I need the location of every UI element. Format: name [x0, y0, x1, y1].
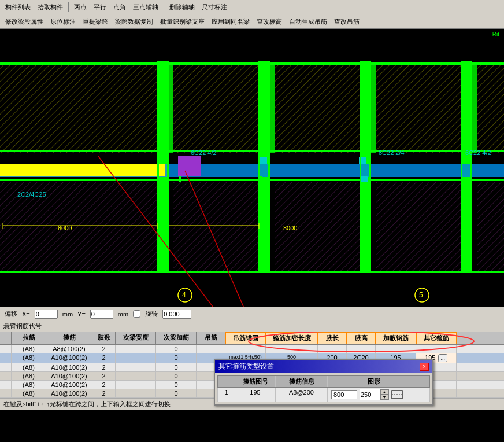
cell-cbj-2[interactable]: 0	[156, 353, 197, 363]
toolbar-btn-batch-identify[interactable]: 批量识别梁支座	[157, 16, 207, 27]
cell-guojin-2[interactable]: A10@100(2)	[46, 353, 92, 363]
header-haunch-steel: 加腋钢筋	[376, 332, 416, 344]
status-bar: 偏移 X= mm Y= mm 旋转	[0, 307, 504, 321]
dialog-shape-height-wrap: ▲ ▼	[360, 389, 389, 400]
cell-cbw-5[interactable]	[116, 381, 156, 389]
svg-rect-37	[369, 61, 371, 272]
dialog-data-row[interactable]: 1 195 A8@200 ▲ ▼	[217, 388, 430, 402]
cell-guojin-5[interactable]: A10@100(2)	[46, 381, 92, 389]
shape-icon	[391, 390, 403, 399]
toolbar-btn-angle[interactable]: 点角	[110, 2, 129, 13]
cell-hl-1[interactable]	[318, 345, 347, 353]
svg-rect-23	[0, 179, 504, 181]
cell-cbw-3[interactable]	[116, 363, 156, 371]
mm-label-1: mm	[62, 311, 73, 318]
cell-cbw-2[interactable]	[116, 353, 156, 363]
toolbar-btn-auto-stirrup[interactable]: 自动生成吊筋	[286, 16, 330, 27]
cell-lajin-2[interactable]: (A8)	[12, 353, 46, 363]
svg-rect-40	[179, 176, 181, 182]
svg-rect-7	[275, 64, 364, 153]
cell-lajin-1[interactable]: (A8)	[12, 345, 46, 353]
cell-anchor-1[interactable]	[225, 345, 266, 353]
dialog-close-button[interactable]: ×	[420, 363, 429, 371]
rotate-input[interactable]	[162, 310, 191, 319]
svg-rect-21	[0, 62, 504, 65]
toolbar-btn-check-height[interactable]: 查改标高	[254, 16, 285, 27]
x-input[interactable]	[35, 310, 58, 319]
cell-cbj-6[interactable]: 0	[156, 389, 197, 397]
cell-cbj-4[interactable]: 0	[156, 372, 197, 380]
dialog-shape-height-input[interactable]	[360, 391, 380, 399]
cell-os-1[interactable]	[416, 345, 457, 353]
cell-dj-1[interactable]	[197, 345, 225, 353]
dialog-cell-figure-num[interactable]: 195	[235, 388, 276, 402]
cell-lajin-6[interactable]: (A8)	[12, 389, 46, 397]
coords-label: 偏移	[5, 310, 17, 318]
toolbar-btn-two-point[interactable]: 两点	[71, 2, 90, 13]
dialog-height-down[interactable]: ▼	[380, 395, 388, 400]
cell-cbj-3[interactable]: 0	[156, 363, 197, 371]
cell-lajin-5[interactable]: (A8)	[12, 381, 46, 389]
cell-lajin-3[interactable]: (A8)	[12, 363, 46, 371]
toolbar-btn-check-stirrup[interactable]: 查改吊筋	[331, 16, 362, 27]
cell-guojin-3[interactable]: A10@100(2)	[46, 363, 92, 371]
cell-cbw-1[interactable]	[116, 345, 156, 353]
cell-cbw-4[interactable]	[116, 372, 156, 380]
cell-guojin-4[interactable]: A10@100(2)	[46, 372, 92, 380]
cell-zhi-3[interactable]: 2	[92, 363, 116, 371]
toolbar-btn-modify-beam[interactable]: 修改梁段属性	[2, 16, 46, 27]
cell-guojin-1[interactable]: A8@100(2)	[46, 345, 92, 353]
svg-rect-22	[0, 150, 504, 152]
cell-os-btn-2[interactable]: ...	[438, 354, 447, 362]
dialog-header-num	[218, 376, 235, 387]
mm-label-2: mm	[118, 311, 128, 318]
svg-rect-32	[157, 61, 159, 272]
toolbar-btn-pick-component[interactable]: 拾取构件	[35, 2, 66, 13]
cell-zhi-1[interactable]: 2	[92, 345, 116, 353]
toolbar-btn-apply-same[interactable]: 应用到同名梁	[209, 16, 253, 27]
svg-text:2C2/4C25: 2C2/4C25	[17, 191, 46, 198]
toolbar-btn-copy-span[interactable]: 梁跨数据复制	[112, 16, 156, 27]
cell-zhi-5[interactable]: 2	[92, 381, 116, 389]
svg-rect-24	[0, 271, 504, 273]
y-input[interactable]	[90, 310, 113, 319]
table-row[interactable]: (A8) A8@100(2) 2 0	[0, 345, 504, 353]
rotate-checkbox[interactable]	[133, 310, 140, 318]
cell-zhi-2[interactable]: 2	[92, 353, 116, 363]
toolbar-btn-component-list[interactable]: 构件列表	[2, 2, 34, 13]
cell-cbj-1[interactable]: 0	[156, 345, 197, 353]
header-guojin: 箍筋	[46, 332, 92, 344]
svg-rect-3	[0, 64, 162, 153]
header-haunch-len: 腋长	[318, 332, 347, 344]
toolbar-btn-delete-axis[interactable]: 删除辅轴	[166, 2, 198, 13]
dialog-height-up[interactable]: ▲	[380, 389, 388, 395]
dialog-cell-info[interactable]: A8@200	[276, 388, 328, 402]
cell-hh-1[interactable]	[347, 345, 376, 353]
cell-dense-1[interactable]	[266, 345, 318, 353]
cell-cbw-6[interactable]	[116, 389, 156, 397]
svg-rect-29	[260, 157, 267, 164]
svg-text:4: 4	[182, 291, 186, 299]
header-haunch-h: 腋高	[347, 332, 376, 344]
svg-rect-33	[167, 61, 169, 272]
svg-rect-39	[470, 61, 472, 272]
cell-zhi-4[interactable]: 2	[92, 372, 116, 380]
cell-zhi-6[interactable]: 2	[92, 389, 116, 397]
toolbar-btn-parallel[interactable]: 平行	[91, 2, 109, 13]
cell-cbj-5[interactable]: 0	[156, 381, 197, 389]
toolbar-btn-three-point[interactable]: 三点辅轴	[130, 2, 161, 13]
toolbar-btn-dimension[interactable]: 尺寸标注	[199, 2, 230, 13]
dialog-table-header: 箍筋图号 箍筋信息 图形	[217, 375, 430, 388]
cell-row-num-5	[0, 381, 12, 389]
cell-hs-1[interactable]	[376, 345, 416, 353]
dialog-header-shape: 图形	[328, 376, 420, 387]
dialog-header-figure-num: 箍筋图号	[235, 376, 276, 387]
cell-guojin-6[interactable]: A10@100(2)	[46, 389, 92, 397]
toolbar-btn-re-extract[interactable]: 重提梁跨	[80, 16, 111, 27]
toolbar-btn-original-annotation[interactable]: 原位标注	[47, 16, 79, 27]
y-label: Y=	[77, 311, 86, 318]
x-label: X=	[22, 311, 30, 318]
dialog-shape-width-input[interactable]	[331, 390, 357, 399]
dialog-content: 箍筋图号 箍筋信息 图形 1 195 A8@200 ▲ ▼	[215, 373, 432, 404]
cell-lajin-4[interactable]: (A8)	[12, 372, 46, 380]
